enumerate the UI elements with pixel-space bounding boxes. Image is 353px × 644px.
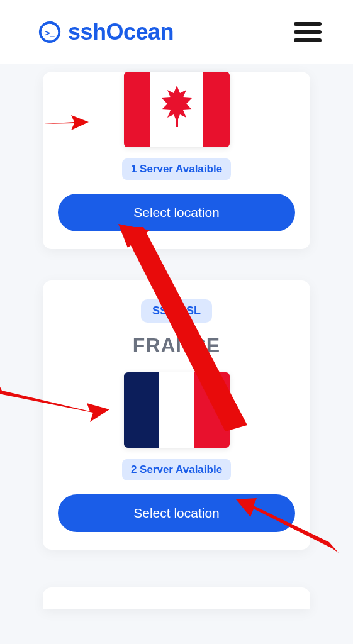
menu-icon[interactable]: [294, 22, 340, 42]
annotation-arrow-icon: [40, 106, 90, 138]
brand-logo[interactable]: >_ sshOcean: [38, 19, 174, 45]
svg-marker-8: [0, 378, 109, 422]
svg-rect-5: [176, 116, 178, 127]
svg-text:>_: >_: [45, 28, 55, 38]
annotation-arrow-icon: [118, 224, 353, 463]
annotation-arrow-icon: [235, 487, 342, 556]
svg-marker-6: [121, 227, 247, 431]
brand-text: sshOcean: [68, 19, 174, 45]
site-header: >_ sshOcean: [0, 0, 353, 64]
availability-badge: 1 Server Avalaible: [122, 158, 231, 180]
brand-icon: >_: [38, 20, 62, 44]
svg-rect-4: [203, 72, 230, 147]
server-card-next: [43, 587, 310, 609]
server-card-canada: 1 Server Avalaible Select location: [43, 72, 310, 249]
svg-marker-9: [236, 498, 339, 553]
server-card-france: SSH SSL FRANCE 2 Server Avalaible Select…: [43, 280, 310, 550]
annotation-arrow-icon: [0, 375, 112, 425]
svg-rect-2: [124, 72, 150, 147]
main-container: 1 Server Avalaible Select location SSH S…: [0, 64, 353, 635]
flag-canada: [124, 72, 230, 147]
